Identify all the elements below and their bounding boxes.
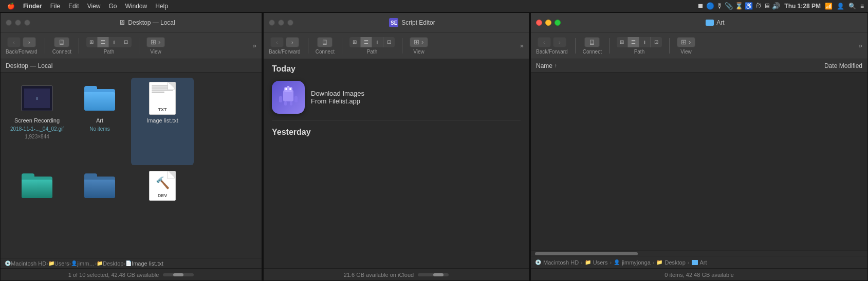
menu-finder[interactable]: Finder — [20, 0, 45, 12]
minimize-button-finder[interactable] — [15, 20, 21, 26]
back-button-script[interactable]: ‹ — [270, 37, 284, 47]
connect-label-script: Connect — [316, 49, 335, 55]
connect-button-art[interactable]: 🖥 — [584, 37, 600, 47]
crumb-person-icon: 👤 — [71, 260, 77, 266]
item-name-imagelist: Image list.txt — [146, 117, 178, 124]
apple-menu[interactable]: 🍎 — [4, 0, 18, 12]
forward-button-finder[interactable]: › — [23, 37, 36, 47]
svg-text:SE: SE — [391, 20, 398, 26]
list-item[interactable] — [68, 165, 131, 253]
toolbar-expand-script[interactable]: » — [520, 42, 524, 49]
menu-go[interactable]: Go — [106, 0, 120, 12]
item-name-screenshot: Screen Recording — [14, 117, 60, 124]
crumb-user: jimm… — [77, 260, 95, 267]
fullscreen-button-script[interactable] — [287, 20, 293, 26]
close-button-script[interactable] — [269, 20, 275, 26]
folder-front-dark — [84, 180, 115, 198]
col-name-header[interactable]: Name ↑ — [536, 62, 780, 69]
txt-line-1 — [152, 85, 173, 86]
view-gallery-art[interactable]: ⊡ — [651, 37, 662, 47]
list-item[interactable]: ||| Screen Recording 2018-11-1-..._04_02… — [6, 78, 68, 165]
menu-help[interactable]: Help — [152, 0, 171, 12]
close-button-finder[interactable] — [6, 20, 12, 26]
art-status-text: 0 items, 42.48 GB available — [664, 272, 734, 278]
menubar-search[interactable]: 🔍 — [848, 3, 856, 10]
art-list-body — [531, 73, 867, 251]
back-forward-section-script: ‹ › Back/Forward — [269, 37, 301, 55]
finder-scrollbar[interactable] — [163, 273, 194, 276]
view-icon-finder[interactable]: ⊞ — [86, 37, 98, 47]
menubar-wifi[interactable]: 📶 — [825, 3, 833, 10]
view-options-art[interactable]: ⊞ › — [677, 37, 695, 47]
forward-button-script[interactable]: › — [286, 37, 299, 47]
script-window-title: Script Editor — [401, 19, 435, 26]
toolbar-script: ‹ › Back/Forward 🖥 Connect ⊞ ☰ ⫿ ⊡ Path — [264, 32, 529, 59]
back-forward-label-art: Back/Forward — [536, 49, 568, 55]
menu-edit[interactable]: Edit — [65, 0, 82, 12]
view-columns-finder[interactable]: ⫿ — [109, 37, 120, 47]
hammer-icon: 🔨 — [156, 177, 170, 190]
svg-rect-8 — [284, 101, 287, 106]
back-forward-section-finder: ‹ › Back/Forward — [6, 37, 38, 55]
minimize-button-script[interactable] — [278, 20, 284, 26]
close-button-art[interactable] — [536, 20, 542, 26]
svg-point-6 — [285, 88, 287, 90]
folder-tab-teal — [22, 173, 34, 179]
menubar-user[interactable]: 👤 — [837, 3, 844, 10]
finder-window-title: 🖥 Desktop — Local — [38, 19, 256, 26]
window-art-folder: Art ‹ › Back/Forward 🖥 Connect ⊞ — [530, 12, 868, 281]
menu-window[interactable]: Window — [122, 0, 151, 12]
menu-view[interactable]: View — [84, 0, 104, 12]
view-options-script[interactable]: ⊞ › — [410, 37, 428, 47]
art-list-header: Name ↑ Date Modified — [531, 59, 867, 73]
view-list-art[interactable]: ☰ — [628, 37, 639, 47]
robot-svg-icon — [277, 86, 300, 109]
view-columns-art[interactable]: ⫿ — [639, 37, 651, 47]
fullscreen-button-art[interactable] — [555, 20, 561, 26]
titlebar-art: Art — [531, 13, 867, 32]
view-list-script[interactable]: ☰ — [361, 37, 372, 47]
script-scrollbar[interactable] — [418, 273, 449, 276]
col-date-header[interactable]: Date Modified — [780, 62, 862, 69]
toolbar-expand-art[interactable]: » — [859, 42, 862, 49]
view-columns-script[interactable]: ⫿ — [372, 37, 383, 47]
view-list-finder[interactable]: ☰ — [98, 37, 109, 47]
screenshot-preview: ||| — [21, 85, 53, 111]
status-bar-finder: 1 of 10 selected, 42.48 GB available — [1, 268, 262, 280]
forward-button-art[interactable]: › — [553, 37, 566, 47]
view-gallery-script[interactable]: ⊡ — [383, 37, 395, 47]
connect-button-finder[interactable]: 🖥 — [54, 37, 69, 47]
view-icon-script[interactable]: ⊞ — [349, 37, 361, 47]
list-item[interactable]: 🔨 DEV — [131, 165, 194, 253]
connect-button-script[interactable]: 🖥 — [317, 37, 333, 47]
view-options-finder[interactable]: ⊞ › — [146, 37, 165, 47]
minimize-button-art[interactable] — [545, 20, 551, 26]
back-button-finder[interactable]: ‹ — [7, 37, 21, 47]
toolbar-sep-3-script — [402, 38, 402, 54]
list-item[interactable] — [6, 165, 68, 253]
menu-file[interactable]: File — [47, 0, 63, 12]
window-resize-handle — [194, 78, 198, 165]
view-gallery-finder[interactable]: ⊡ — [120, 37, 132, 47]
art-crumb-folder-2-icon: 📁 — [656, 259, 662, 265]
menubar-icons: ⏹ 🔵 🎙 📎 ⌛ ♿ ⏱ 🖥 🔊 — [697, 2, 780, 10]
script-section-today: Today — [264, 59, 529, 77]
txt-line-3 — [152, 90, 173, 91]
toolbar-expand-finder[interactable]: » — [253, 42, 256, 49]
menubar-list[interactable]: ≡ — [860, 3, 864, 10]
finder-scrollbar-thumb — [173, 273, 183, 276]
list-item[interactable]: Art No items — [68, 78, 131, 165]
path-label-finder: Path — [104, 49, 115, 55]
list-item[interactable]: TXT Image list.txt — [131, 78, 194, 165]
back-button-art[interactable]: ‹ — [538, 37, 551, 47]
fullscreen-button-finder[interactable] — [24, 20, 30, 26]
script-divider-1 — [272, 120, 521, 120]
item-name-art: Art — [96, 117, 103, 124]
view-icon-art[interactable]: ⊞ — [617, 37, 628, 47]
art-crumb-user: jimmyjonga — [622, 259, 651, 266]
art-horizontal-scrollbar[interactable] — [535, 252, 638, 255]
svg-rect-2 — [279, 96, 282, 102]
script-app-item[interactable]: Download Images From Filelist.app — [264, 77, 529, 118]
view-buttons-art: ⊞ ☰ ⫿ ⊡ — [617, 37, 662, 47]
script-status-text: 21.6 GB available on iCloud — [344, 272, 414, 278]
